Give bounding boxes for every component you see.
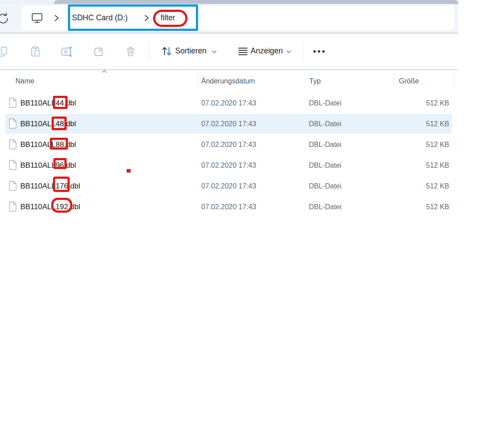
- refresh-icon[interactable]: [0, 11, 10, 26]
- paste-icon: [30, 46, 41, 57]
- column-header-type[interactable]: Typ: [309, 70, 321, 90]
- command-toolbar: Sortieren Anzeigen: [0, 34, 458, 69]
- rename-icon: [61, 46, 73, 57]
- navigation-bar: SDHC Card (D:) filter: [0, 4, 458, 33]
- column-header-name[interactable]: Name: [15, 70, 34, 90]
- file-date: 07.02.2020 17:43: [201, 113, 256, 134]
- share-button[interactable]: [89, 41, 109, 62]
- more-options-icon[interactable]: [313, 50, 326, 53]
- file-type: DBL-Datei: [309, 113, 342, 134]
- sort-button[interactable]: [157, 41, 177, 61]
- copy-button[interactable]: [0, 41, 13, 62]
- view-button-label[interactable]: Anzeigen: [251, 34, 283, 69]
- file-date: 07.02.2020 17:43: [201, 93, 256, 113]
- breadcrumb-chevron-icon[interactable]: [53, 14, 60, 22]
- file-name: BB110ALL48.dbl: [20, 113, 76, 134]
- file-row-selected[interactable]: BB110ALL48.dbl 07.02.2020 17:43 DBL-Date…: [0, 113, 458, 134]
- breadcrumb-chevron-icon[interactable]: [143, 14, 150, 22]
- file-icon: [8, 118, 17, 129]
- file-icon: [8, 160, 17, 170]
- file-name: BB110ALL192.dbl: [20, 196, 80, 217]
- file-size: 512 KB: [384, 176, 449, 196]
- file-type: DBL-Datei: [309, 196, 342, 217]
- file-type: DBL-Datei: [309, 93, 342, 113]
- delete-button[interactable]: [120, 41, 141, 62]
- paste-button[interactable]: [25, 41, 45, 62]
- file-type: DBL-Datei: [309, 155, 342, 176]
- view-layout-icon: [237, 45, 248, 57]
- column-header-size[interactable]: Größe: [399, 70, 419, 90]
- file-date: 07.02.2020 17:43: [201, 155, 256, 176]
- file-name: BB110ALL176.dbl: [20, 176, 80, 196]
- rename-button[interactable]: [57, 41, 77, 62]
- file-name: BB110ALL44.dbl: [20, 93, 76, 113]
- sort-button-label[interactable]: Sortieren: [175, 34, 206, 69]
- column-separator[interactable]: [454, 73, 454, 88]
- file-row[interactable]: BB110ALL96.dbl 07.02.2020 17:43 DBL-Date…: [0, 155, 458, 176]
- breadcrumb-drive[interactable]: SDHC Card (D:): [72, 4, 128, 33]
- toolbar-separator: [303, 41, 303, 62]
- file-size: 512 KB: [384, 93, 449, 113]
- file-icon: [8, 201, 17, 212]
- share-icon: [93, 46, 105, 57]
- file-date: 07.02.2020 17:43: [201, 196, 256, 217]
- toolbar-separator: [149, 41, 149, 62]
- file-icon: [8, 98, 17, 108]
- tab-strip: [54, 0, 458, 4]
- column-separator[interactable]: [198, 73, 198, 88]
- file-name: BB110ALL88.dbl: [20, 134, 76, 155]
- file-row[interactable]: BB110ALL176.dbl 07.02.2020 17:43 DBL-Dat…: [0, 176, 458, 196]
- file-size: 512 KB: [384, 196, 449, 217]
- file-explorer-window: SDHC Card (D:) filter: [0, 0, 458, 448]
- column-header-date[interactable]: Änderungsdatum: [201, 70, 255, 90]
- breadcrumb-folder[interactable]: filter: [161, 4, 175, 33]
- column-separator[interactable]: [304, 73, 305, 88]
- file-icon: [8, 181, 17, 191]
- file-size: 512 KB: [384, 155, 449, 176]
- file-size: 512 KB: [384, 134, 449, 155]
- file-row[interactable]: BB110ALL88.dbl 07.02.2020 17:43 DBL-Date…: [0, 134, 458, 155]
- copy-icon: [0, 46, 9, 57]
- delete-icon: [125, 46, 136, 57]
- column-separator[interactable]: [394, 73, 394, 88]
- chevron-down-icon: [286, 49, 292, 54]
- chevron-down-icon: [211, 49, 217, 54]
- view-button[interactable]: [233, 41, 253, 61]
- file-size: 512 KB: [384, 113, 449, 134]
- file-list: BB110ALL44.dbl 07.02.2020 17:43 DBL-Date…: [0, 93, 458, 217]
- this-pc-icon[interactable]: [31, 12, 43, 24]
- file-icon: [8, 139, 17, 150]
- file-name: BB110ALL96.dbl: [20, 155, 76, 176]
- column-header-row: Name Änderungsdatum Typ Größe: [0, 70, 458, 90]
- file-date: 07.02.2020 17:43: [201, 134, 256, 155]
- annotation-red-dot: [127, 169, 131, 173]
- sort-icon: [161, 45, 173, 57]
- file-type: DBL-Datei: [309, 176, 342, 196]
- sort-ascending-icon: [101, 69, 108, 73]
- file-date: 07.02.2020 17:43: [201, 176, 256, 196]
- file-row[interactable]: BB110ALL44.dbl 07.02.2020 17:43 DBL-Date…: [0, 93, 458, 113]
- file-row[interactable]: BB110ALL192.dbl 07.02.2020 17:43 DBL-Dat…: [0, 196, 458, 217]
- file-type: DBL-Datei: [309, 134, 342, 155]
